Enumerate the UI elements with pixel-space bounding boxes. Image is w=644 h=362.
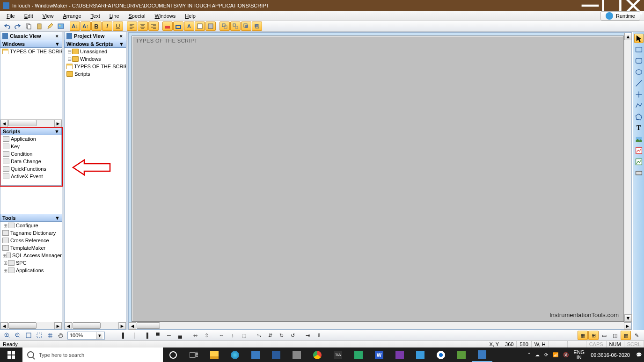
scroll-up-icon[interactable]: ▲ — [624, 33, 632, 40]
text-color-tool[interactable]: A — [184, 22, 194, 31]
scroll-right-icon[interactable]: ► — [54, 120, 62, 127]
hline-tool[interactable] — [634, 90, 644, 99]
tool-copy[interactable] — [23, 22, 34, 31]
tool-edit[interactable] — [45, 22, 55, 31]
menu-arrange[interactable]: Arrange — [58, 12, 86, 20]
taskbar-app1[interactable] — [286, 348, 307, 362]
pan-tool[interactable] — [56, 331, 66, 340]
chevron-down-icon[interactable]: ▼ — [55, 41, 60, 47]
maximize-button[interactable] — [601, 0, 622, 11]
hist-trend-tool[interactable] — [634, 157, 644, 167]
close-icon[interactable]: × — [54, 33, 60, 39]
zoom-combo[interactable]: 100% ▾ — [67, 332, 105, 340]
taskbar-explorer[interactable] — [204, 348, 225, 362]
tool-image[interactable] — [56, 22, 66, 31]
bitmap-tool[interactable] — [634, 135, 644, 144]
scroll-thumb[interactable] — [73, 322, 101, 329]
roundrect-tool[interactable] — [634, 56, 644, 65]
windows-scripts-header[interactable]: Windows & Scripts ▼ — [64, 40, 126, 48]
scrollbar-vertical[interactable]: ▲ ▼ — [624, 33, 631, 322]
italic-button[interactable]: I — [102, 22, 112, 31]
menu-windows[interactable]: Windows — [150, 12, 181, 20]
polyline-tool[interactable] — [634, 101, 644, 110]
scroll-thumb[interactable] — [8, 120, 37, 126]
flip-h-tool[interactable]: ⇋ — [254, 331, 264, 340]
menu-help[interactable]: Help — [180, 12, 200, 20]
tool-item-crossref[interactable]: Cross Reference — [0, 237, 62, 244]
scroll-left-icon[interactable]: ◄ — [0, 322, 8, 330]
taskbar-edge[interactable] — [225, 348, 245, 362]
tree-unassigned[interactable]: ⊟Unassigned — [65, 48, 126, 55]
tool-redo[interactable] — [13, 22, 23, 31]
task-view-button[interactable] — [183, 348, 204, 362]
zoom-out-tool[interactable] — [13, 331, 23, 340]
menu-special[interactable]: Special — [124, 12, 150, 20]
script-item-activex[interactable]: ActiveX Event — [1, 173, 61, 180]
show-grid-tool[interactable]: ⊞ — [588, 331, 599, 340]
tree-types[interactable]: TYPES OF THE SCRIPT — [65, 63, 126, 70]
close-icon[interactable]: × — [118, 33, 124, 39]
scrollbar-horizontal[interactable]: ◄ ► — [65, 322, 126, 329]
rotate-ccw-tool[interactable]: ↺ — [287, 331, 298, 340]
script-item-key[interactable]: Key — [1, 143, 61, 150]
taskbar-teamviewer[interactable] — [431, 348, 451, 362]
grid-tool[interactable] — [45, 331, 55, 340]
ruler-tool[interactable]: ▭ — [599, 331, 609, 340]
design-canvas[interactable]: TYPES OF THE SCRIPT InstrumentationTools… — [132, 36, 624, 322]
font-reduce[interactable]: A↓ — [70, 22, 80, 31]
zoom-in-tool[interactable] — [2, 331, 12, 340]
chevron-down-icon[interactable]: ▼ — [54, 129, 59, 134]
rotate-cw-tool[interactable]: ↻ — [276, 331, 286, 340]
tray-updates[interactable]: ⟳ — [542, 348, 550, 362]
bg-color-tool[interactable] — [195, 22, 205, 31]
trend-tool[interactable] — [634, 146, 644, 155]
layer-tool[interactable]: ◫ — [610, 331, 620, 340]
tree-scripts[interactable]: Scripts — [65, 70, 126, 78]
polygon-tool[interactable] — [634, 112, 644, 122]
menu-view[interactable]: View — [38, 12, 59, 20]
scrollbar-horizontal[interactable]: ◄ ► — [0, 322, 62, 329]
align-right-tool[interactable]: ▐ — [141, 331, 152, 340]
align-center[interactable] — [138, 22, 148, 31]
snap-grid-tool[interactable]: ▦ — [578, 331, 588, 340]
tray-lang[interactable]: ENGIN — [571, 348, 587, 362]
align-right[interactable] — [148, 22, 159, 31]
tray-chevron[interactable]: ˄ — [526, 348, 533, 362]
taskbar-app4[interactable] — [410, 348, 431, 362]
taskbar-mail[interactable] — [266, 348, 286, 362]
scroll-right-icon[interactable]: ► — [624, 322, 631, 330]
scroll-left-icon[interactable]: ◄ — [129, 322, 136, 330]
scroll-down-icon[interactable]: ▼ — [624, 314, 632, 322]
same-height-tool[interactable]: ↕ — [227, 331, 238, 340]
line-tool[interactable] — [634, 79, 644, 88]
tool-undo[interactable] — [2, 22, 12, 31]
script-item-application[interactable]: Application — [1, 135, 61, 143]
cortana-button[interactable] — [163, 348, 183, 362]
script-item-quickfunctions[interactable]: QuickFunctions — [1, 165, 61, 173]
tools-section-header[interactable]: Tools ▼ — [0, 214, 62, 222]
align-bottom-tool[interactable]: ▄ — [175, 331, 185, 340]
align-left-tool[interactable]: ▌ — [119, 331, 129, 340]
tree-item-window[interactable]: TYPES OF THE SCRIPT — [0, 48, 62, 55]
script-item-condition[interactable]: Condition — [1, 150, 61, 158]
tool-item-sql[interactable]: ⊞SQL Access Manager — [0, 252, 62, 259]
taskbar-intouch[interactable] — [472, 348, 492, 362]
taskbar-store[interactable] — [245, 348, 266, 362]
close-button[interactable] — [622, 0, 644, 11]
space-h-tool[interactable]: ⇥ — [302, 331, 313, 340]
tray-onedrive[interactable]: ☁ — [533, 348, 542, 362]
align-left[interactable] — [127, 22, 137, 31]
scroll-thumb[interactable] — [137, 322, 160, 329]
taskbar-app3[interactable] — [389, 348, 410, 362]
tool-item-configure[interactable]: ⊞Configure — [0, 222, 62, 229]
ungroup-tool[interactable] — [230, 22, 241, 31]
distribute-v-tool[interactable]: ⇳ — [201, 331, 212, 340]
pointer-tool[interactable] — [634, 34, 644, 43]
scrollbar-horizontal[interactable]: ◄ ► — [129, 322, 631, 329]
scroll-right-icon[interactable]: ► — [118, 322, 126, 330]
scroll-right-icon[interactable]: ► — [54, 322, 62, 330]
align-center-h-tool[interactable]: │ — [130, 331, 140, 340]
taskbar-app2[interactable] — [348, 348, 369, 362]
tray-clock[interactable]: 09:3616-06-2020 — [587, 348, 634, 362]
start-button[interactable] — [0, 348, 22, 362]
